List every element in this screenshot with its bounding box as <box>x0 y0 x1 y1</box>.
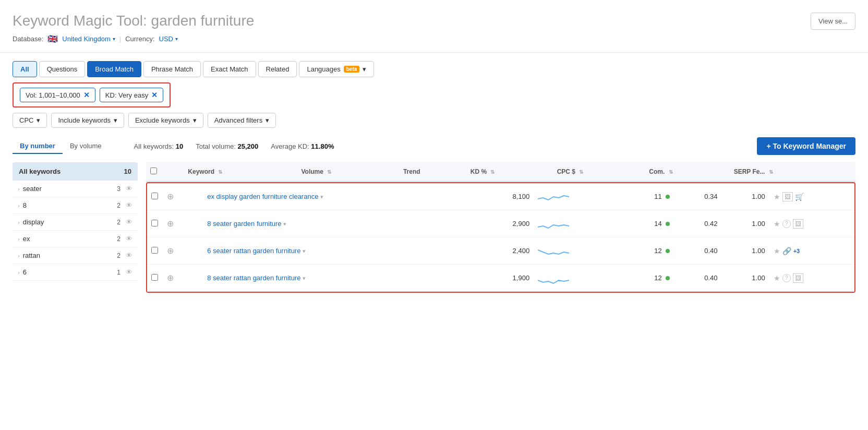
tab-related[interactable]: Related <box>258 61 297 77</box>
image-icon: 🖼 <box>793 219 803 229</box>
exclude-keywords-dropdown[interactable]: Exclude keywords ▾ <box>128 113 203 128</box>
chevron-right-icon: › <box>18 219 20 225</box>
sidebar-item[interactable]: › 8 2 👁 <box>13 197 138 214</box>
tab-languages[interactable]: Languages beta ▾ <box>299 61 374 77</box>
eye-icon[interactable]: 👁 <box>126 252 132 259</box>
add-cell: ⊕ <box>163 210 203 237</box>
include-keywords-dropdown[interactable]: Include keywords ▾ <box>51 113 124 128</box>
subheader: Database: 🇬🇧 United Kingdom ▾ | Currency… <box>0 34 868 53</box>
sort-by-volume[interactable]: By volume <box>63 139 109 154</box>
row-checkbox[interactable] <box>151 247 158 254</box>
th-cpc[interactable]: CPC $ ⇅ <box>553 162 645 182</box>
tabs-row: All Questions Broad Match Phrase Match E… <box>0 53 868 77</box>
eye-icon[interactable]: 👁 <box>126 201 132 209</box>
row-checkbox-cell <box>147 183 163 210</box>
tab-questions[interactable]: Questions <box>39 61 86 77</box>
main-content: All keywords 10 › seater 3 👁 › 8 2 👁 › d… <box>0 162 868 293</box>
add-cell: ⊕ <box>163 237 203 265</box>
kd-dot <box>666 195 670 199</box>
filter-dropdowns-row: CPC ▾ Include keywords ▾ Exclude keyword… <box>13 113 855 128</box>
sidebar-item[interactable]: › seater 3 👁 <box>13 181 138 197</box>
sidebar-header: All keywords 10 <box>13 162 138 181</box>
add-keyword-button[interactable]: ⊕ <box>167 219 174 228</box>
serp-cell: ★ 🖼 🛒 <box>769 183 854 210</box>
cpc-cell: 0.42 <box>674 210 721 237</box>
th-serp[interactable]: SERP Fe... ⇅ <box>730 162 855 182</box>
chevron-down-icon[interactable]: ▾ <box>320 194 323 200</box>
database-label: Database: <box>13 35 43 43</box>
chevron-right-icon: › <box>18 202 20 209</box>
kd-cell: 12 <box>621 265 674 292</box>
com-cell: 1.00 <box>722 210 769 237</box>
keyword-link[interactable]: 8 seater garden furniture <box>207 220 281 228</box>
row-checkbox[interactable] <box>151 274 158 281</box>
active-filters-section: Vol: 1,001–10,000 ✕ KD: Very easy ✕ <box>13 82 171 108</box>
image-icon: 🖼 <box>793 273 803 283</box>
trend-chart <box>538 188 569 203</box>
kd-cell: 12 <box>621 237 674 265</box>
row-checkbox[interactable] <box>151 193 158 199</box>
chevron-right-icon: › <box>18 253 20 259</box>
vol-filter-chip: Vol: 1,001–10,000 ✕ <box>20 88 95 102</box>
chevron-down-icon[interactable]: ▾ <box>303 248 306 254</box>
eye-icon[interactable]: 👁 <box>126 185 132 193</box>
eye-icon[interactable]: 👁 <box>126 218 132 226</box>
currency-dropdown[interactable]: USD ▾ <box>159 35 178 43</box>
sidebar-item[interactable]: › 6 1 👁 <box>13 264 138 281</box>
highlighted-rows-section: ⊕ ex display garden furniture clearance … <box>146 182 855 293</box>
cpc-cell: 0.34 <box>674 183 721 210</box>
chevron-down-icon: ▾ <box>113 36 115 42</box>
row-checkbox[interactable] <box>151 220 158 226</box>
view-sem-button[interactable]: View se... <box>811 13 855 30</box>
keyword-link[interactable]: 6 seater rattan garden furniture <box>207 247 300 255</box>
chevron-right-icon: › <box>18 236 20 242</box>
th-keyword[interactable]: Keyword ⇅ <box>184 162 297 182</box>
sidebar-item[interactable]: › display 2 👁 <box>13 214 138 231</box>
select-all-checkbox[interactable] <box>150 168 157 174</box>
volume-cell: 2,900 <box>478 210 534 237</box>
tab-broad-match[interactable]: Broad Match <box>87 61 141 77</box>
table-row: ⊕ ex display garden furniture clearance … <box>147 183 854 210</box>
th-com[interactable]: Com. ⇅ <box>645 162 729 182</box>
trend-chart <box>538 216 569 230</box>
add-keyword-button[interactable]: ⊕ <box>167 192 174 201</box>
serp-icons: ★ 🔗 +3 <box>774 247 850 255</box>
trend-chart <box>538 243 569 257</box>
kd-cell: 14 <box>621 210 674 237</box>
sidebar: All keywords 10 › seater 3 👁 › 8 2 👁 › d… <box>13 162 138 293</box>
tab-exact-match[interactable]: Exact Match <box>203 61 256 77</box>
kd-filter-chip: KD: Very easy ✕ <box>100 88 163 102</box>
chevron-down-icon[interactable]: ▾ <box>303 275 306 281</box>
add-keyword-button[interactable]: ⊕ <box>167 273 174 282</box>
all-keywords-label: All keywords: 10 <box>134 142 184 150</box>
th-kd[interactable]: KD % ⇅ <box>466 162 553 182</box>
trend-cell <box>534 265 621 292</box>
chevron-down-icon[interactable]: ▾ <box>283 221 286 227</box>
cpc-cell: 0.40 <box>674 237 721 265</box>
sidebar-item[interactable]: › ex 2 👁 <box>13 231 138 247</box>
sidebar-item[interactable]: › rattan 2 👁 <box>13 247 138 264</box>
trend-cell <box>534 237 621 265</box>
serp-icons: ★ ? 🖼 <box>774 273 850 283</box>
serp-cell: ★ ? 🖼 <box>769 265 854 292</box>
keyword-link[interactable]: 8 seater rattan garden furniture <box>207 274 300 282</box>
sort-icon: ⇅ <box>769 169 773 175</box>
question-icon: ? <box>782 274 791 282</box>
cpc-dropdown[interactable]: CPC ▾ <box>13 113 47 128</box>
add-keyword-button[interactable]: ⊕ <box>167 246 174 255</box>
vol-filter-close[interactable]: ✕ <box>83 91 90 99</box>
th-volume[interactable]: Volume ⇅ <box>297 162 399 182</box>
eye-icon[interactable]: 👁 <box>126 268 132 276</box>
to-keyword-manager-button[interactable]: + To Keyword Manager <box>757 137 855 155</box>
eye-icon[interactable]: 👁 <box>126 235 132 243</box>
row-checkbox-cell <box>147 210 163 237</box>
sort-by-number[interactable]: By number <box>13 139 63 154</box>
cart-icon: 🛒 <box>795 193 804 201</box>
tab-all[interactable]: All <box>13 61 37 77</box>
tab-phrase-match[interactable]: Phrase Match <box>143 61 201 77</box>
advanced-filters-dropdown[interactable]: Advanced filters ▾ <box>208 113 276 128</box>
keyword-link[interactable]: ex display garden furniture clearance <box>207 193 318 200</box>
total-volume: Total volume: 25,200 <box>196 142 258 150</box>
database-dropdown[interactable]: United Kingdom ▾ <box>62 35 115 43</box>
kd-filter-close[interactable]: ✕ <box>151 91 158 99</box>
